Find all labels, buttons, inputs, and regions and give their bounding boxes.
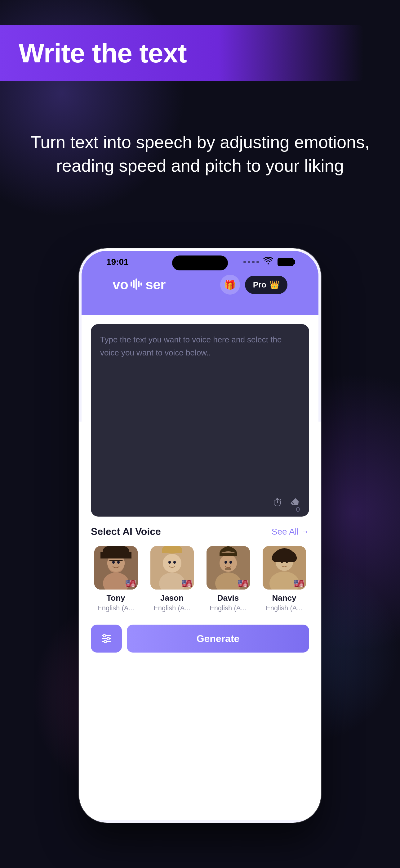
status-icons [243, 257, 294, 267]
battery-icon [277, 258, 294, 266]
tony-lang: English (A... [97, 604, 134, 612]
svg-point-9 [112, 561, 115, 564]
svg-rect-25 [220, 553, 237, 556]
voice-item-davis[interactable]: 🇺🇸 Davis English (A... [203, 546, 253, 612]
header-buttons: 🎁 Pro 👑 [220, 275, 288, 294]
svg-point-37 [104, 641, 107, 643]
svg-rect-12 [100, 552, 131, 558]
svg-point-10 [117, 561, 120, 564]
svg-point-24 [229, 561, 232, 564]
status-time: 19:01 [106, 257, 129, 267]
text-placeholder: Type the text you want to voice here and… [100, 333, 300, 359]
nancy-name: Nancy [272, 593, 296, 603]
davis-flag: 🇺🇸 [237, 579, 248, 588]
svg-rect-4 [140, 282, 142, 286]
generate-label: Generate [197, 633, 240, 645]
pro-button[interactable]: Pro 👑 [245, 276, 288, 294]
pro-label: Pro [253, 280, 266, 290]
svg-rect-0 [131, 282, 132, 286]
text-input-area[interactable]: Type the text you want to voice here and… [91, 324, 309, 517]
signal-dot-3 [252, 261, 255, 263]
signal-dot-2 [248, 261, 250, 263]
svg-point-15 [163, 554, 181, 572]
jason-name: Jason [160, 593, 184, 603]
settings-button[interactable] [91, 625, 122, 653]
voice-avatar-davis: 🇺🇸 [206, 546, 250, 590]
app-logo: vo ser [112, 277, 166, 292]
voice-avatar-tony: 🇺🇸 [94, 546, 138, 590]
app-header: vo ser 🎁 Pro [97, 272, 303, 306]
subtitle-text: Turn text into speech by adjusting emoti… [0, 130, 400, 177]
status-bar: 19:01 [97, 251, 303, 272]
dynamic-island [172, 255, 228, 270]
davis-name: Davis [218, 593, 239, 603]
svg-rect-2 [135, 278, 137, 290]
char-count: 0 [296, 505, 300, 514]
voice-item-nancy[interactable]: 🇺🇸 Nancy English (A... [259, 546, 309, 612]
svg-point-23 [225, 561, 227, 564]
jason-lang: English (A... [154, 604, 190, 612]
voice-item-jason[interactable]: 🇺🇸 Jason English (A... [147, 546, 197, 612]
nancy-flag: 🇺🇸 [294, 579, 304, 588]
crown-icon: 👑 [269, 280, 279, 290]
bottom-actions: Generate [91, 618, 309, 662]
logo-waves-icon [131, 278, 143, 290]
svg-rect-19 [162, 549, 182, 553]
voice-avatar-jason: 🇺🇸 [151, 546, 194, 590]
svg-point-16 [168, 561, 171, 564]
signal-dot-1 [243, 261, 246, 263]
logo-text-2: ser [145, 277, 166, 292]
gift-button[interactable]: 🎁 [220, 275, 240, 294]
svg-point-36 [107, 637, 109, 640]
svg-point-35 [103, 634, 106, 637]
gift-icon: 🎁 [224, 279, 236, 290]
select-voice-title: Select AI Voice [91, 526, 161, 537]
signal-dot-4 [257, 261, 259, 263]
svg-point-17 [173, 561, 176, 564]
signal-dots [243, 261, 259, 263]
page-title: Write the text [19, 37, 345, 69]
tony-flag: 🇺🇸 [125, 579, 136, 588]
svg-rect-26 [225, 568, 231, 570]
voice-section: Select AI Voice See All → [91, 523, 309, 618]
timer-icon[interactable]: ⏱ [272, 497, 283, 509]
davis-lang: English (A... [210, 604, 246, 612]
phone-header: 19:01 [81, 251, 319, 315]
voice-header: Select AI Voice See All → [91, 526, 309, 537]
svg-rect-1 [133, 280, 135, 288]
jason-flag: 🇺🇸 [181, 579, 192, 588]
nancy-lang: English (A... [266, 604, 303, 612]
see-all-label: See All [272, 527, 299, 537]
wifi-icon [263, 257, 273, 267]
voice-item-tony[interactable]: 🇺🇸 Tony English (A... [91, 546, 141, 612]
svg-rect-3 [138, 281, 139, 287]
phone-mockup: 19:01 [79, 248, 321, 823]
voices-grid: 🇺🇸 Tony English (A... [91, 546, 309, 612]
see-all-button[interactable]: See All → [272, 527, 309, 537]
sliders-icon [100, 633, 112, 645]
header-banner: Write the text [0, 25, 364, 81]
logo-text: vo [112, 277, 128, 292]
tony-name: Tony [106, 593, 125, 603]
arrow-icon: → [301, 527, 309, 536]
generate-button[interactable]: Generate [127, 625, 309, 653]
voice-avatar-nancy: 🇺🇸 [263, 546, 306, 590]
phone-frame: 19:01 [79, 248, 321, 823]
phone-body: Type the text you want to voice here and… [81, 315, 319, 662]
